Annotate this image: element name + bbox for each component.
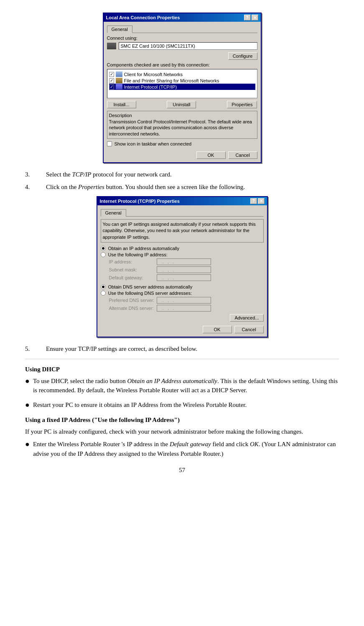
fixed-bullet1-italic2: OK [250, 441, 259, 447]
radio-auto-dns-label: Obtain DNS server address automatically [108, 284, 193, 289]
component-item-3: ✓ Internet Protocol (TCP/IP) [109, 84, 255, 90]
tab-general[interactable]: General [107, 26, 132, 33]
step4-suffix: button. You should then see a screen lik… [104, 184, 245, 190]
properties-button[interactable]: Properties [227, 101, 257, 108]
using-fixed-heading: Using a fixed IP Address ("Use the follo… [25, 416, 339, 424]
install-uninstall-row: Install... Uninstall Properties [107, 101, 257, 108]
step4-num: 4. [25, 182, 46, 192]
checkbox-1[interactable]: ✓ [109, 72, 114, 77]
step-3: 3. Select the TCP/IP protocol for your n… [25, 170, 339, 179]
bullet-dot-2: ● [25, 400, 30, 410]
radio-auto-ip[interactable] [101, 246, 106, 251]
fixed-bullet1-text: Enter the Wireless Portable Router 's IP… [33, 439, 339, 458]
default-gateway-input: . . . [157, 274, 211, 281]
dialog2-close-button[interactable]: ✕ [258, 198, 265, 204]
step3-num: 3. [25, 170, 46, 179]
fixed-bullet1-suffix: field and click [211, 441, 250, 447]
configure-button[interactable]: Configure [228, 52, 257, 60]
tcpip-properties-dialog: Internet Protocol (TCP/IP) Properties ? … [97, 196, 268, 337]
component-name-2: File and Printer Sharing for Microsoft N… [124, 78, 219, 83]
alternate-dns-label: Alternate DNS server: [109, 306, 155, 311]
step3-text: Select the TCP/IP protocol for your netw… [46, 170, 339, 179]
description-box: Description Transmission Control Protoco… [107, 111, 257, 139]
subnet-mask-input: . . . [157, 266, 211, 273]
radio-fixed-dns[interactable] [101, 291, 106, 296]
lan-properties-dialog: Local Area Connection Properties ? ✕ Gen… [103, 13, 262, 163]
fixed-bullet-1: ● Enter the Wireless Portable Router 's … [25, 439, 339, 458]
fixed-bullet1-prefix: Enter the Wireless Portable Router 's IP… [33, 441, 170, 447]
taskbar-checkbox[interactable] [107, 141, 112, 146]
step3-italic: TCP/IP [72, 171, 91, 178]
dialog2-ok-button[interactable]: OK [203, 326, 232, 333]
radio-auto-ip-label: Obtain an IP address automatically [108, 246, 179, 251]
dns-fields: Preferred DNS server: . . . Alternate DN… [109, 297, 264, 312]
device-icon [107, 43, 116, 49]
advanced-row: Advanced... [101, 314, 264, 322]
components-list: ✓ Client for Microsoft Networks ✓ File a… [107, 69, 257, 98]
alternate-dns-input: . . . [157, 305, 211, 312]
dialog2-help-button[interactable]: ? [250, 198, 257, 204]
description-title: Description [109, 113, 255, 118]
help-button[interactable]: ? [244, 15, 251, 20]
connect-using-label: Connect using: [107, 36, 257, 41]
ip-address-row: IP address: . . . [109, 258, 264, 265]
preferred-dns-input: . . . [157, 297, 211, 304]
dialog2-cancel-button[interactable]: Cancel [234, 326, 264, 333]
dhcp-bullet2-text: Restart your PC to ensure it obtains an … [33, 400, 339, 410]
step4-italic: Properties [78, 184, 104, 190]
component-icon-1 [116, 72, 122, 77]
bullet-dot-1: ● [25, 376, 30, 395]
advanced-button[interactable]: Advanced... [230, 314, 263, 322]
radio-fixed-ip-label: Use the following IP address: [108, 252, 168, 257]
dialog2-body: General You can get IP settings assigned… [97, 205, 267, 337]
taskbar-checkbox-row: Show icon in taskbar when connected [107, 141, 257, 146]
step3-suffix: protocol for your network card. [91, 171, 171, 178]
using-dhcp-heading: Using DHCP [25, 366, 339, 373]
ok-cancel-row: OK Cancel [107, 150, 257, 159]
component-name-1: Client for Microsoft Networks [124, 72, 183, 77]
install-button[interactable]: Install... [107, 101, 136, 108]
dialog1-ok-button[interactable]: OK [196, 151, 226, 159]
tab-bar: General [107, 25, 257, 33]
dhcp-bullet-1: ● To use DHCP, select the radio button O… [25, 376, 339, 395]
dialog1-title: Local Area Connection Properties [106, 15, 180, 20]
component-icon-2 [116, 78, 122, 83]
dialog1-body: General Connect using: SMC EZ Card 10/10… [104, 22, 261, 162]
preferred-dns-label: Preferred DNS server: [109, 298, 155, 303]
component-item-2: ✓ File and Printer Sharing for Microsoft… [109, 77, 255, 84]
titlebar-buttons: ? ✕ [244, 15, 258, 20]
close-button[interactable]: ✕ [252, 15, 258, 20]
page-number: 57 [25, 467, 339, 474]
dhcp-bullet1-prefix: To use DHCP, select the radio button [33, 378, 127, 384]
fixed-intro: If your PC is already configured, check … [25, 427, 339, 437]
checkbox-3[interactable]: ✓ [109, 84, 114, 89]
uninstall-button[interactable]: Uninstall [167, 101, 196, 108]
preferred-dns-row: Preferred DNS server: . . . [109, 297, 264, 304]
ip-radio-section: Obtain an IP address automatically Use t… [101, 246, 264, 281]
radio-fixed-dns-label: Use the following DNS server addresses: [108, 291, 192, 296]
ip-address-input: . . . [157, 258, 211, 265]
fixed-bullet1-italic: Default gateway [170, 441, 211, 447]
alternate-dns-row: Alternate DNS server: . . . [109, 305, 264, 312]
divider [25, 359, 339, 359]
dhcp-bullet-2: ● Restart your PC to ensure it obtains a… [25, 400, 339, 410]
dialog1-titlebar: Local Area Connection Properties ? ✕ [104, 13, 261, 22]
radio-fixed-ip[interactable] [101, 252, 106, 257]
device-name: SMC EZ Card 10/100 (SMC1211TX) [119, 42, 257, 50]
dialog2-titlebar-buttons: ? ✕ [250, 198, 265, 204]
dialog2-tab-general[interactable]: General [101, 209, 126, 217]
dns-section: Obtain DNS server address automatically … [101, 284, 264, 312]
step5-text: Ensure your TCP/IP settings are correct,… [46, 344, 339, 354]
radio-auto-dns-row: Obtain DNS server address automatically [101, 284, 264, 289]
component-name-3: Internet Protocol (TCP/IP) [124, 84, 177, 89]
dialog2-tab-bar: General [101, 209, 264, 217]
component-item: ✓ Client for Microsoft Networks [109, 71, 255, 77]
dialog1-cancel-button[interactable]: Cancel [228, 151, 257, 159]
dialog2-titlebar: Internet Protocol (TCP/IP) Properties ? … [97, 197, 267, 205]
dhcp-bullet1-italic: Obtain an IP Address automatically [127, 378, 217, 384]
tcpip-info-text: You can get IP settings assigned automat… [101, 219, 264, 243]
radio-fixed-dns-row: Use the following DNS server addresses: [101, 291, 264, 296]
connect-using-row: SMC EZ Card 10/100 (SMC1211TX) [107, 42, 257, 50]
radio-auto-dns[interactable] [101, 284, 106, 289]
checkbox-2[interactable]: ✓ [109, 78, 114, 83]
